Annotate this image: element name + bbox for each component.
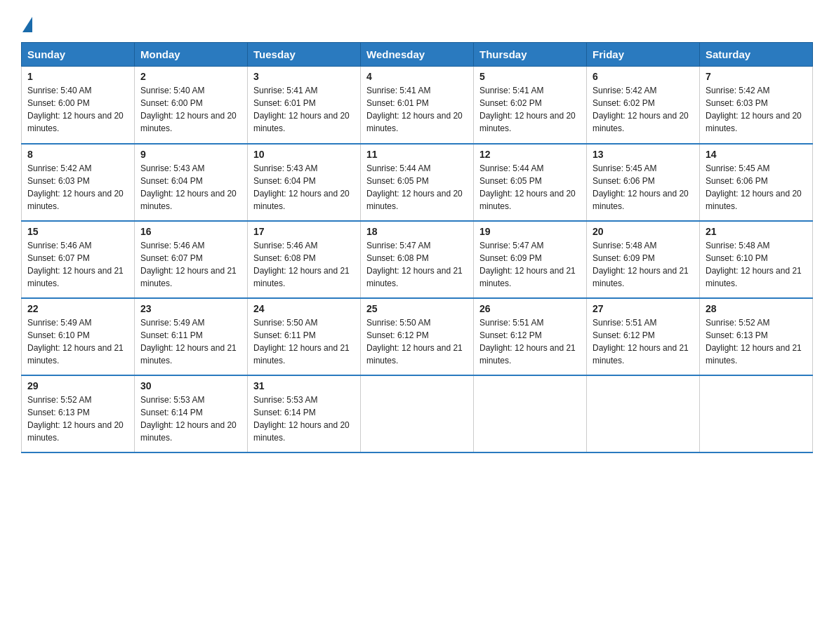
day-info: Sunrise: 5:49 AM Sunset: 6:10 PM Dayligh… — [27, 316, 128, 367]
day-number: 30 — [140, 380, 241, 391]
calendar-table: SundayMondayTuesdayWednesdayThursdayFrid… — [21, 42, 813, 453]
calendar-cell: 10 Sunrise: 5:43 AM Sunset: 6:04 PM Dayl… — [248, 144, 361, 221]
day-number: 15 — [27, 226, 128, 237]
day-info: Sunrise: 5:52 AM Sunset: 6:13 PM Dayligh… — [27, 394, 128, 444]
day-number: 29 — [27, 380, 128, 391]
day-number: 23 — [140, 303, 241, 314]
day-info: Sunrise: 5:49 AM Sunset: 6:11 PM Dayligh… — [140, 316, 241, 367]
calendar-cell: 9 Sunrise: 5:43 AM Sunset: 6:04 PM Dayli… — [135, 144, 248, 221]
day-info: Sunrise: 5:43 AM Sunset: 6:04 PM Dayligh… — [253, 162, 355, 213]
day-info: Sunrise: 5:40 AM Sunset: 6:00 PM Dayligh… — [27, 84, 128, 135]
calendar-cell: 12 Sunrise: 5:44 AM Sunset: 6:05 PM Dayl… — [474, 144, 587, 221]
day-number: 11 — [366, 149, 468, 160]
day-number: 27 — [593, 303, 694, 314]
day-number: 18 — [366, 226, 468, 237]
calendar-cell: 1 Sunrise: 5:40 AM Sunset: 6:00 PM Dayli… — [22, 67, 135, 144]
day-info: Sunrise: 5:46 AM Sunset: 6:07 PM Dayligh… — [27, 239, 128, 290]
calendar-cell — [700, 375, 813, 452]
day-number: 20 — [593, 226, 694, 237]
day-number: 22 — [27, 303, 128, 314]
calendar-week-3: 15 Sunrise: 5:46 AM Sunset: 6:07 PM Dayl… — [22, 221, 813, 298]
calendar-cell: 29 Sunrise: 5:52 AM Sunset: 6:13 PM Dayl… — [22, 375, 135, 452]
calendar-cell: 2 Sunrise: 5:40 AM Sunset: 6:00 PM Dayli… — [135, 67, 248, 144]
day-number: 14 — [706, 149, 807, 160]
day-info: Sunrise: 5:42 AM Sunset: 6:03 PM Dayligh… — [706, 84, 807, 135]
day-info: Sunrise: 5:40 AM Sunset: 6:00 PM Dayligh… — [140, 84, 241, 135]
calendar-cell — [474, 375, 587, 452]
day-number: 25 — [366, 303, 468, 314]
day-info: Sunrise: 5:46 AM Sunset: 6:08 PM Dayligh… — [253, 239, 355, 290]
day-number: 8 — [27, 149, 128, 160]
day-info: Sunrise: 5:42 AM Sunset: 6:03 PM Dayligh… — [27, 162, 128, 213]
day-info: Sunrise: 5:48 AM Sunset: 6:09 PM Dayligh… — [593, 239, 694, 290]
weekday-header-sunday: Sunday — [22, 43, 135, 67]
calendar-cell: 23 Sunrise: 5:49 AM Sunset: 6:11 PM Dayl… — [135, 298, 248, 375]
day-info: Sunrise: 5:43 AM Sunset: 6:04 PM Dayligh… — [140, 162, 241, 213]
calendar-cell: 4 Sunrise: 5:41 AM Sunset: 6:01 PM Dayli… — [361, 67, 474, 144]
calendar-cell: 20 Sunrise: 5:48 AM Sunset: 6:09 PM Dayl… — [587, 221, 700, 298]
day-number: 9 — [140, 149, 241, 160]
calendar-cell: 30 Sunrise: 5:53 AM Sunset: 6:14 PM Dayl… — [135, 375, 248, 452]
calendar-cell: 14 Sunrise: 5:45 AM Sunset: 6:06 PM Dayl… — [700, 144, 813, 221]
calendar-cell: 19 Sunrise: 5:47 AM Sunset: 6:09 PM Dayl… — [474, 221, 587, 298]
logo — [21, 14, 32, 29]
day-info: Sunrise: 5:45 AM Sunset: 6:06 PM Dayligh… — [593, 162, 694, 213]
day-number: 28 — [706, 303, 807, 314]
day-info: Sunrise: 5:53 AM Sunset: 6:14 PM Dayligh… — [253, 394, 355, 444]
calendar-cell: 24 Sunrise: 5:50 AM Sunset: 6:11 PM Dayl… — [248, 298, 361, 375]
calendar-week-1: 1 Sunrise: 5:40 AM Sunset: 6:00 PM Dayli… — [22, 67, 813, 144]
day-info: Sunrise: 5:41 AM Sunset: 6:02 PM Dayligh… — [479, 84, 581, 135]
day-info: Sunrise: 5:51 AM Sunset: 6:12 PM Dayligh… — [593, 316, 694, 367]
weekday-header-thursday: Thursday — [474, 43, 587, 67]
day-info: Sunrise: 5:45 AM Sunset: 6:06 PM Dayligh… — [706, 162, 807, 213]
day-number: 24 — [253, 303, 355, 314]
day-number: 26 — [479, 303, 581, 314]
calendar-cell: 11 Sunrise: 5:44 AM Sunset: 6:05 PM Dayl… — [361, 144, 474, 221]
calendar-cell: 27 Sunrise: 5:51 AM Sunset: 6:12 PM Dayl… — [587, 298, 700, 375]
calendar-cell — [361, 375, 474, 452]
calendar-week-5: 29 Sunrise: 5:52 AM Sunset: 6:13 PM Dayl… — [22, 375, 813, 452]
weekday-header-saturday: Saturday — [700, 43, 813, 67]
calendar-cell: 22 Sunrise: 5:49 AM Sunset: 6:10 PM Dayl… — [22, 298, 135, 375]
calendar-cell: 17 Sunrise: 5:46 AM Sunset: 6:08 PM Dayl… — [248, 221, 361, 298]
day-number: 31 — [253, 380, 355, 391]
day-number: 4 — [366, 71, 468, 82]
logo-triangle-icon — [22, 17, 32, 32]
day-info: Sunrise: 5:47 AM Sunset: 6:09 PM Dayligh… — [479, 239, 581, 290]
weekday-header-row: SundayMondayTuesdayWednesdayThursdayFrid… — [22, 43, 813, 67]
day-info: Sunrise: 5:52 AM Sunset: 6:13 PM Dayligh… — [706, 316, 807, 367]
day-number: 1 — [27, 71, 128, 82]
weekday-header-friday: Friday — [587, 43, 700, 67]
day-number: 2 — [140, 71, 241, 82]
calendar-cell: 15 Sunrise: 5:46 AM Sunset: 6:07 PM Dayl… — [22, 221, 135, 298]
day-info: Sunrise: 5:41 AM Sunset: 6:01 PM Dayligh… — [253, 84, 355, 135]
day-number: 12 — [479, 149, 581, 160]
page-header — [21, 14, 813, 29]
calendar-cell: 13 Sunrise: 5:45 AM Sunset: 6:06 PM Dayl… — [587, 144, 700, 221]
day-number: 10 — [253, 149, 355, 160]
day-number: 7 — [706, 71, 807, 82]
calendar-cell: 28 Sunrise: 5:52 AM Sunset: 6:13 PM Dayl… — [700, 298, 813, 375]
calendar-cell: 18 Sunrise: 5:47 AM Sunset: 6:08 PM Dayl… — [361, 221, 474, 298]
day-info: Sunrise: 5:48 AM Sunset: 6:10 PM Dayligh… — [706, 239, 807, 290]
day-info: Sunrise: 5:51 AM Sunset: 6:12 PM Dayligh… — [479, 316, 581, 367]
day-number: 16 — [140, 226, 241, 237]
day-number: 21 — [706, 226, 807, 237]
day-info: Sunrise: 5:44 AM Sunset: 6:05 PM Dayligh… — [366, 162, 468, 213]
day-number: 5 — [479, 71, 581, 82]
calendar-cell: 3 Sunrise: 5:41 AM Sunset: 6:01 PM Dayli… — [248, 67, 361, 144]
calendar-week-4: 22 Sunrise: 5:49 AM Sunset: 6:10 PM Dayl… — [22, 298, 813, 375]
calendar-cell: 16 Sunrise: 5:46 AM Sunset: 6:07 PM Dayl… — [135, 221, 248, 298]
calendar-cell: 7 Sunrise: 5:42 AM Sunset: 6:03 PM Dayli… — [700, 67, 813, 144]
day-number: 19 — [479, 226, 581, 237]
day-info: Sunrise: 5:53 AM Sunset: 6:14 PM Dayligh… — [140, 394, 241, 444]
weekday-header-tuesday: Tuesday — [248, 43, 361, 67]
day-info: Sunrise: 5:41 AM Sunset: 6:01 PM Dayligh… — [366, 84, 468, 135]
day-info: Sunrise: 5:46 AM Sunset: 6:07 PM Dayligh… — [140, 239, 241, 290]
day-info: Sunrise: 5:50 AM Sunset: 6:11 PM Dayligh… — [253, 316, 355, 367]
day-info: Sunrise: 5:42 AM Sunset: 6:02 PM Dayligh… — [593, 84, 694, 135]
calendar-cell: 6 Sunrise: 5:42 AM Sunset: 6:02 PM Dayli… — [587, 67, 700, 144]
calendar-cell: 31 Sunrise: 5:53 AM Sunset: 6:14 PM Dayl… — [248, 375, 361, 452]
calendar-cell: 21 Sunrise: 5:48 AM Sunset: 6:10 PM Dayl… — [700, 221, 813, 298]
calendar-cell: 25 Sunrise: 5:50 AM Sunset: 6:12 PM Dayl… — [361, 298, 474, 375]
